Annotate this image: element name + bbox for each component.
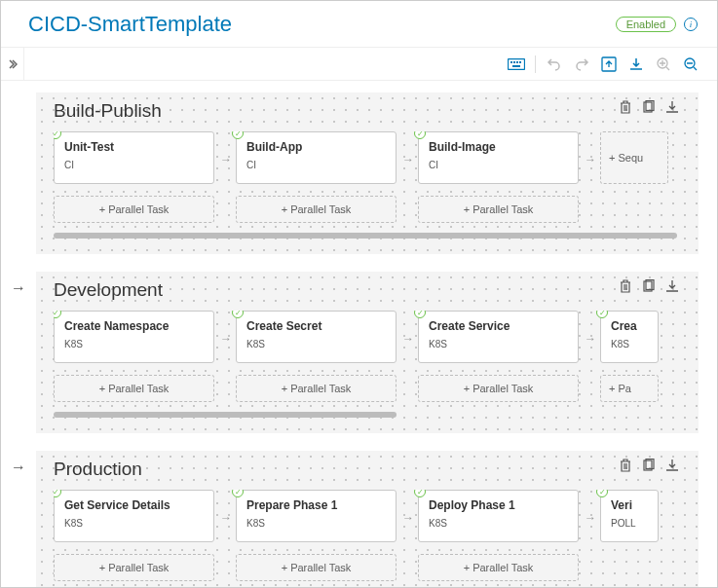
arrow-right-icon: → xyxy=(220,332,232,346)
check-icon: ✓ xyxy=(414,311,426,318)
undo-icon[interactable] xyxy=(546,55,563,73)
task-type-label: K8S xyxy=(64,518,204,529)
task-type-label: POLL xyxy=(611,518,648,529)
svg-rect-0 xyxy=(509,58,525,69)
svg-rect-3 xyxy=(516,61,518,63)
task-card[interactable]: ✓CreaK8S xyxy=(600,311,659,363)
task-title: Prepare Phase 1 xyxy=(246,498,386,512)
add-parallel-task-button[interactable]: + Pa xyxy=(600,375,659,402)
arrow-right-icon: → xyxy=(585,332,596,346)
horizontal-scrollbar[interactable] xyxy=(54,412,677,420)
add-parallel-task-button[interactable]: + Parallel Task xyxy=(418,375,579,402)
task-title: Create Service xyxy=(429,319,568,333)
add-parallel-task-button[interactable]: + Parallel Task xyxy=(236,196,397,223)
page-title: CICD-SmartTemplate xyxy=(28,12,232,37)
task-card[interactable]: ✓Create ServiceK8S xyxy=(418,311,579,363)
expand-panel-toggle[interactable] xyxy=(1,48,24,81)
add-parallel-task-button[interactable]: + Parallel Task xyxy=(236,375,397,402)
task-title: Create Secret xyxy=(246,319,386,333)
pipeline-canvas: Build-Publish✓Unit-TestCI+ Parallel Task… xyxy=(1,81,717,588)
task-type-label: K8S xyxy=(246,518,386,529)
add-sequential-task-button[interactable]: + Sequ xyxy=(600,131,668,184)
arrow-right-icon: → xyxy=(220,511,232,525)
check-icon: ✓ xyxy=(414,131,426,139)
check-icon: ✓ xyxy=(54,490,61,497)
svg-rect-2 xyxy=(513,61,515,63)
add-parallel-task-button[interactable]: + Parallel Task xyxy=(236,554,397,581)
task-title: Unit-Test xyxy=(64,140,204,154)
page-header: CICD-SmartTemplate Enabled i xyxy=(1,1,717,48)
upload-icon[interactable] xyxy=(600,55,618,73)
task-card[interactable]: ✓Unit-TestCI xyxy=(54,131,214,184)
keyboard-icon[interactable] xyxy=(508,55,525,73)
stage-title: Production xyxy=(54,459,142,480)
horizontal-scrollbar[interactable] xyxy=(54,233,677,240)
toolbar xyxy=(1,48,717,81)
task-type-label: CI xyxy=(429,160,568,170)
task-card[interactable]: ✓Create NamespaceK8S xyxy=(54,311,214,363)
task-title: Deploy Phase 1 xyxy=(429,498,568,512)
check-icon: ✓ xyxy=(232,490,244,497)
download-icon[interactable] xyxy=(627,55,645,73)
stage-block: Production✓Get Service DetailsK8S+ Paral… xyxy=(36,451,699,588)
check-icon: ✓ xyxy=(54,131,61,139)
add-parallel-task-button[interactable]: + Parallel Task xyxy=(54,196,214,223)
task-card[interactable]: ✓Create SecretK8S xyxy=(236,311,397,363)
task-title: Veri xyxy=(611,498,648,512)
arrow-right-icon: → xyxy=(402,511,414,525)
stage-flow-arrow-icon: → xyxy=(11,279,26,297)
add-parallel-task-button[interactable]: + Parallel Task xyxy=(418,554,579,581)
download-icon[interactable] xyxy=(665,279,681,295)
info-icon[interactable]: i xyxy=(684,18,698,31)
arrow-right-icon: → xyxy=(402,153,414,166)
arrow-right-icon: → xyxy=(585,511,596,525)
task-type-label: K8S xyxy=(64,339,204,349)
trash-icon[interactable] xyxy=(619,279,634,295)
task-title: Get Service Details xyxy=(64,498,204,512)
task-title: Build-App xyxy=(246,140,386,154)
trash-icon[interactable] xyxy=(619,100,634,116)
task-type-label: K8S xyxy=(429,518,568,529)
arrow-right-icon: → xyxy=(402,332,414,346)
task-type-label: CI xyxy=(64,160,204,170)
check-icon: ✓ xyxy=(54,311,61,318)
add-parallel-task-button[interactable]: + Parallel Task xyxy=(54,375,214,402)
copy-icon[interactable] xyxy=(642,459,658,474)
arrow-right-icon: → xyxy=(220,153,232,166)
download-icon[interactable] xyxy=(665,100,681,116)
stage-flow-arrow-icon: → xyxy=(11,459,26,476)
task-type-label: CI xyxy=(246,160,386,170)
task-card[interactable]: ✓Prepare Phase 1K8S xyxy=(236,490,397,542)
task-card[interactable]: ✓VeriPOLL xyxy=(600,490,659,542)
stage-block: Build-Publish✓Unit-TestCI+ Parallel Task… xyxy=(36,92,699,254)
svg-rect-1 xyxy=(510,61,512,63)
download-icon[interactable] xyxy=(665,459,681,474)
redo-icon[interactable] xyxy=(573,55,590,73)
task-title: Create Namespace xyxy=(64,319,204,333)
stage-title: Development xyxy=(54,279,163,301)
task-type-label: K8S xyxy=(611,339,648,349)
task-card[interactable]: ✓Get Service DetailsK8S xyxy=(54,490,214,542)
add-parallel-task-button[interactable]: + Parallel Task xyxy=(54,554,214,581)
svg-rect-5 xyxy=(512,65,520,67)
task-title: Build-Image xyxy=(429,140,568,154)
arrow-right-icon: → xyxy=(585,153,596,166)
check-icon: ✓ xyxy=(232,131,244,139)
task-card[interactable]: ✓Build-ImageCI xyxy=(418,131,579,184)
svg-rect-4 xyxy=(519,61,521,63)
task-type-label: K8S xyxy=(429,339,568,349)
check-icon: ✓ xyxy=(596,311,608,318)
copy-icon[interactable] xyxy=(642,279,658,295)
zoom-in-icon[interactable] xyxy=(655,55,672,73)
add-parallel-task-button[interactable]: + Parallel Task xyxy=(418,196,579,223)
check-icon: ✓ xyxy=(596,490,608,497)
trash-icon[interactable] xyxy=(619,459,634,474)
check-icon: ✓ xyxy=(232,311,244,318)
copy-icon[interactable] xyxy=(642,100,658,116)
stage-title: Build-Publish xyxy=(54,100,162,122)
task-card[interactable]: ✓Deploy Phase 1K8S xyxy=(418,490,579,542)
task-title: Crea xyxy=(611,319,648,333)
stage-block: Development✓Create NamespaceK8S+ Paralle… xyxy=(36,272,699,433)
task-card[interactable]: ✓Build-AppCI xyxy=(236,131,397,184)
zoom-out-icon[interactable] xyxy=(682,55,699,73)
